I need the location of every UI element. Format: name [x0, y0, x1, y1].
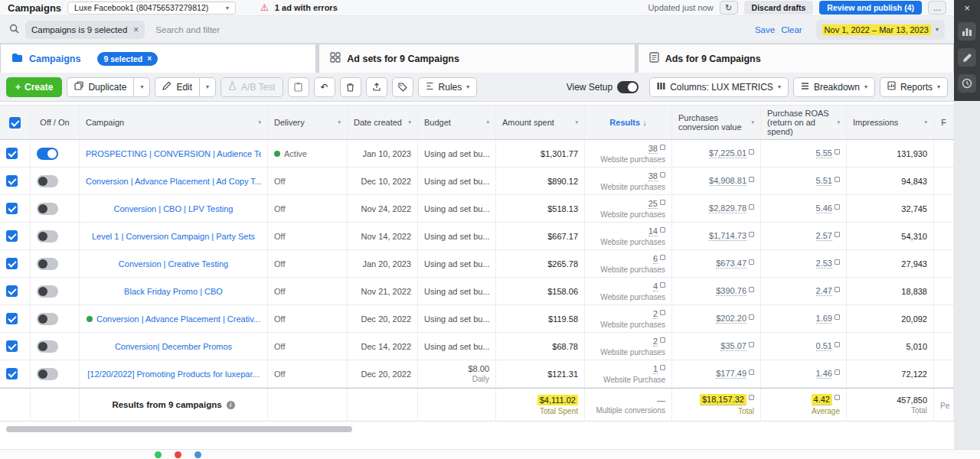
roas-value[interactable]: 2.53 [816, 259, 832, 269]
edit-menu-button[interactable]: ▾ [199, 77, 216, 97]
row-checkbox[interactable] [6, 258, 18, 269]
ad-account-selector[interactable]: Luxe Facebook1 (804756537279812) ▾ [67, 2, 236, 15]
results-value[interactable]: 6 [653, 254, 658, 264]
breakdown-button[interactable]: Breakdown ▾ [793, 77, 875, 97]
horizontal-scrollbar[interactable] [6, 426, 352, 432]
info-icon[interactable]: i [227, 401, 235, 409]
column-header[interactable]: Purchases conversion value ▾ [672, 106, 761, 139]
campaign-status-toggle[interactable] [37, 148, 58, 160]
results-value[interactable]: 14 [648, 226, 658, 236]
selected-count-badge[interactable]: 9 selected × [97, 52, 158, 66]
close-icon[interactable]: × [964, 2, 970, 15]
results-value[interactable]: 4 [653, 282, 658, 291]
edit-button[interactable]: Edit [155, 77, 199, 97]
clipboard-icon[interactable] [288, 77, 309, 97]
roas-value[interactable]: 1.46 [816, 369, 832, 379]
campaign-link[interactable]: [12/20/2022] Promoting Products for luxe… [87, 369, 259, 379]
results-value[interactable]: 2 [653, 309, 658, 319]
campaign-status-toggle[interactable] [37, 230, 58, 243]
more-options-icon[interactable]: … [928, 1, 946, 15]
remove-filter-icon[interactable]: × [133, 24, 139, 35]
campaign-link[interactable]: Conversion | CBO | LPV Testing [114, 204, 234, 213]
column-header[interactable]: Purchase ROAS (return on ad spend) ▾ [761, 106, 847, 139]
roas-value[interactable]: 2.57 [816, 231, 832, 241]
campaign-link[interactable]: Level 1 | Conversion Campaign | Party Se… [92, 232, 255, 241]
taskbar-icon[interactable] [194, 451, 201, 458]
history-clock-icon[interactable] [958, 74, 976, 93]
results-value[interactable]: 2 [653, 337, 658, 347]
tab-ads[interactable]: Ads for 9 Campaigns [638, 44, 954, 73]
roas-value[interactable]: 5.51 [816, 176, 832, 186]
column-header[interactable]: Campaign ▾ [80, 106, 268, 139]
roas-value[interactable]: 5.46 [816, 203, 832, 213]
campaign-status-toggle[interactable] [37, 285, 58, 298]
conversion-value[interactable]: $202.20 [716, 314, 746, 324]
row-checkbox[interactable] [6, 148, 18, 159]
errors-count-label[interactable]: 1 ad with errors [275, 3, 338, 12]
select-all-checkbox[interactable] [9, 117, 21, 129]
view-setup-toggle[interactable] [617, 81, 639, 93]
date-range-selector[interactable]: Nov 1, 2022 – Mar 13, 2023 ▾ [816, 20, 945, 40]
campaign-status-toggle[interactable] [37, 175, 58, 187]
taskbar-icon[interactable] [175, 451, 181, 458]
tag-icon[interactable] [392, 77, 413, 97]
conversion-value[interactable]: $7,225.01 [709, 148, 746, 158]
results-value[interactable]: 1 [653, 364, 658, 374]
column-header[interactable]: F [934, 106, 954, 139]
taskbar-icon[interactable] [155, 451, 162, 458]
conversion-value[interactable]: $35.07 [720, 341, 746, 351]
tab-ad-sets[interactable]: Ad sets for 9 Campaigns [318, 44, 635, 73]
tab-campaigns[interactable]: Campaigns 9 selected × [0, 44, 316, 73]
row-checkbox[interactable] [6, 368, 18, 379]
conversion-value[interactable]: $390.76 [716, 286, 746, 296]
delete-icon[interactable] [340, 77, 361, 97]
campaign-status-toggle[interactable] [37, 368, 58, 380]
results-value[interactable]: 38 [648, 144, 658, 154]
row-checkbox[interactable] [6, 203, 18, 214]
campaign-link[interactable]: PROSPECTING | CONVERSION | Audience Te..… [86, 149, 261, 158]
column-header[interactable]: Off / On [31, 106, 80, 139]
conversion-value[interactable]: $177.49 [716, 369, 746, 379]
roas-average-value[interactable]: 4.42 [812, 394, 832, 405]
row-checkbox[interactable] [6, 230, 18, 242]
duplicate-button[interactable]: Duplicate [67, 77, 133, 97]
row-checkbox[interactable] [6, 285, 18, 297]
campaign-link[interactable]: Conversion | Advance Placement | Ad Copy… [86, 177, 261, 186]
row-checkbox[interactable] [6, 313, 18, 324]
campaign-status-toggle[interactable] [37, 313, 58, 325]
conversion-value[interactable]: $2,829.78 [709, 203, 746, 213]
campaign-link[interactable]: Black Friday Promo | CBO [124, 287, 223, 296]
roas-value[interactable]: 5.55 [816, 148, 832, 158]
campaign-link[interactable]: Conversion| December Promos [115, 342, 232, 351]
export-icon[interactable] [366, 77, 387, 97]
roas-value[interactable]: 1.69 [816, 314, 832, 324]
conversion-total-value[interactable]: $18,157.32 [700, 394, 746, 405]
results-value[interactable]: 25 [648, 199, 658, 209]
discard-drafts-button[interactable]: Discard drafts [744, 1, 814, 15]
reports-button[interactable]: Reports ▾ [880, 77, 948, 97]
create-button[interactable]: + Create [6, 77, 62, 97]
campaign-status-toggle[interactable] [37, 203, 58, 215]
campaign-status-toggle[interactable] [37, 340, 58, 353]
review-publish-button[interactable]: Review and publish (4) [819, 1, 922, 15]
undo-icon[interactable]: ↶ [314, 77, 335, 97]
deselect-icon[interactable]: × [147, 54, 152, 63]
rules-button[interactable]: Rules ▾ [418, 77, 478, 97]
save-filter-link[interactable]: Save [755, 25, 775, 34]
edit-icon[interactable] [958, 48, 976, 67]
clear-filter-link[interactable]: Clear [781, 25, 802, 34]
campaign-link[interactable]: Conversion | Advance Placement | Creativ… [96, 314, 260, 324]
column-header[interactable]: Delivery ▾ [268, 106, 348, 139]
duplicate-menu-button[interactable]: ▾ [133, 77, 150, 97]
row-checkbox[interactable] [6, 340, 18, 352]
roas-value[interactable]: 0.51 [816, 341, 832, 351]
results-value[interactable]: 38 [648, 171, 658, 181]
search-input[interactable]: Search and filter [155, 25, 749, 34]
column-header[interactable]: Impressions ▾ [847, 106, 934, 139]
campaign-link[interactable]: Conversion | Creative Testing [119, 259, 228, 269]
campaign-status-toggle[interactable] [37, 258, 58, 270]
refresh-icon[interactable]: ↻ [720, 1, 738, 15]
conversion-value[interactable]: $1,714.73 [709, 231, 746, 241]
column-header[interactable]: Results ↓ [585, 106, 672, 139]
conversion-value[interactable]: $4,908.81 [709, 176, 746, 186]
